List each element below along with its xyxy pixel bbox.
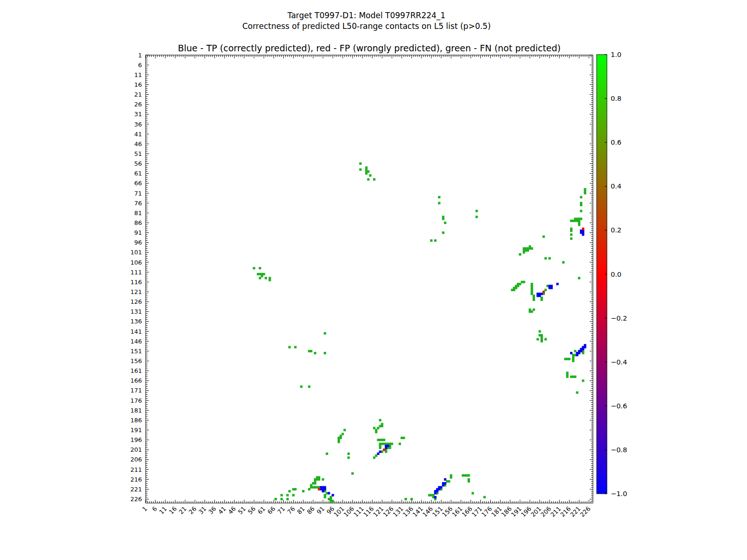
contact-cell-fn [379,419,381,421]
contact-cell-fn [347,456,350,459]
contact-cell-fn [570,230,572,232]
contact-cell-fn [275,498,277,500]
contact-cell-fn [539,330,541,333]
y-tick-label: 66 [134,180,142,187]
contact-cell-fn [442,231,444,234]
contact-cell-fn [344,429,346,431]
contact-cell-fn [513,289,515,291]
contact-cell-fp [582,228,584,230]
contact-cell-fn [359,168,361,171]
contact-cell-fn [402,437,405,439]
y-tick-label: 166 [130,377,142,384]
x-tick-label: 81 [296,505,306,516]
x-tick-label: 61 [256,505,267,516]
contact-cell-fn [347,453,350,455]
contact-cell-tp [570,352,572,354]
y-tick-label: 106 [130,259,142,266]
contact-cell-fn [475,210,478,212]
y-tick-label: 91 [134,229,142,236]
colorbar-tick-label: 0.2 [611,226,621,234]
contact-cell-fn [281,494,283,497]
contact-cell-fn [265,277,267,279]
x-tick-label: 31 [197,505,207,516]
y-tick-label: 31 [134,111,142,118]
contact-cell-fn [268,279,271,281]
contact-cell-fn [383,439,385,441]
colorbar-tick-label: 0.8 [611,95,621,102]
contact-cell-tp [331,494,334,497]
colorbar-tick-label: 0.4 [611,182,621,190]
colorbar-tick-label: −0.8 [611,446,627,454]
y-axis-tick-labels: 1611162126313641465156616671768186919610… [130,52,142,503]
contact-cell-fn [318,478,320,481]
contact-cell-fn [442,217,444,220]
contact-cell-fn [314,352,316,354]
x-tick-label: 76 [286,505,296,516]
y-tick-label: 126 [130,298,142,305]
contact-cell-tp [539,294,541,297]
contact-cell-fn [302,490,304,492]
contact-cell-fn [367,170,369,173]
y-tick-label: 61 [134,170,142,177]
contact-cell-fn [308,488,310,490]
contact-cell-fn [570,233,572,236]
x-tick-label: 46 [227,505,237,516]
contact-cell-tp [556,283,558,285]
y-tick-label: 176 [130,397,142,404]
contact-cell-tp [377,453,379,455]
plot-area [146,55,593,503]
y-tick-label: 206 [130,456,142,463]
y-tick-label: 76 [134,200,142,207]
colorbar-tick-label: −0.6 [611,402,627,410]
contact-cell-fn [475,216,478,218]
contact-cell-fn [259,267,261,269]
contact-cell-tp [434,496,437,498]
x-tick-label: 1 [141,505,148,513]
y-tick-label: 181 [130,407,142,414]
colorbar-tick-label: −0.4 [611,358,627,366]
contact-cell-fn [310,350,312,352]
contact-cell-fn [584,192,586,194]
contact-cell-fn [541,340,543,343]
y-tick-label: 71 [134,190,142,197]
y-tick-label: 156 [130,357,142,364]
contact-cell-fn [468,474,470,476]
contact-cell-fn [281,498,283,500]
x-tick-label: 11 [158,505,168,516]
y-tick-label: 226 [130,496,142,503]
contact-cell-fn [405,498,407,500]
contact-cell-fn [576,392,578,394]
contact-cell-fn [578,224,580,226]
x-tick-label: 66 [266,505,276,516]
x-tick-label: 86 [306,505,316,516]
y-tick-label: 96 [134,239,142,246]
contact-cell-fn [574,376,576,378]
contact-cell-fn [253,267,255,269]
y-tick-label: 221 [130,486,142,493]
y-tick-label: 131 [130,308,142,315]
contact-cell-tp [322,490,324,492]
contact-cell-fp [543,291,545,293]
contact-cell-fn [580,210,582,212]
y-tick-label: 136 [130,318,142,325]
contact-cell-fn [580,196,582,198]
x-tick-label: 21 [177,505,188,516]
y-tick-label: 141 [130,328,142,335]
contact-cell-fn [483,496,486,498]
x-tick-label: 41 [217,505,227,516]
y-tick-label: 161 [130,367,142,374]
contact-cell-tp [328,492,330,494]
y-tick-label: 81 [134,210,142,217]
contact-cell-tp [550,287,553,289]
y-tick-label: 121 [130,288,142,295]
y-tick-label: 46 [134,140,142,147]
contact-cell-fn [294,488,296,490]
contact-cell-fn [527,249,529,252]
y-tick-label: 146 [130,338,142,345]
contact-cell-fn [338,441,340,443]
x-tick-label: 91 [316,505,326,516]
contact-cell-fn [367,178,369,181]
contact-cell-fn [289,346,291,348]
contact-cell-fn [468,480,470,483]
y-tick-label: 86 [134,219,142,226]
